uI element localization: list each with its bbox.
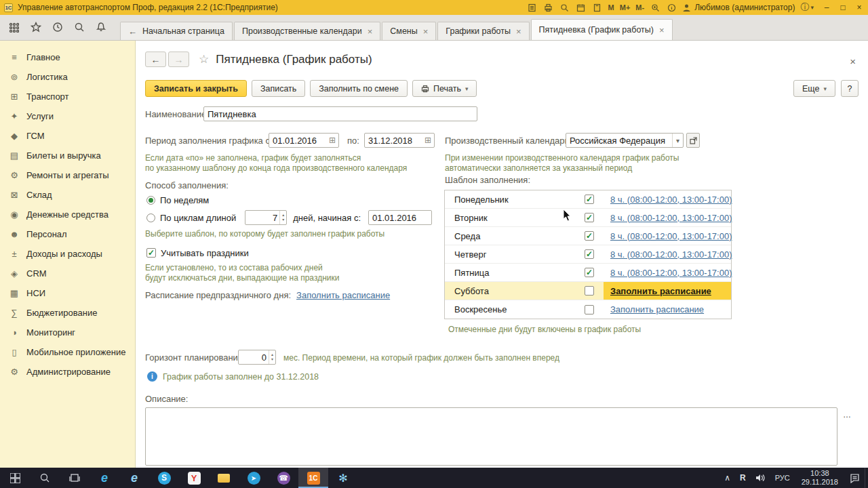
name-input[interactable]: Пятидневка [203,106,477,121]
taskbar-app-skype[interactable]: S [149,468,179,488]
service-info-button[interactable]: ⓘ ▾ [800,1,814,14]
print-icon[interactable] [543,2,554,13]
save-button[interactable]: Записать [252,80,305,97]
cycle-start-input[interactable]: 01.01.2016 [368,210,432,225]
print-button[interactable]: Печать ▾ [412,80,477,97]
info-icon[interactable] [666,2,677,13]
day-checkbox[interactable] [585,305,594,314]
memory-m-button[interactable]: M [608,3,614,12]
consider-holidays-checkbox[interactable] [146,248,156,258]
taskbar-app-viber[interactable]: ☎ [269,468,298,488]
memory-mplus-button[interactable]: M+ [620,3,631,12]
day-checkbox[interactable] [585,213,594,222]
close-window-button[interactable]: × [854,3,864,12]
fill-by-shift-button[interactable]: Заполнить по смене [310,80,408,97]
template-row-wednesday[interactable]: Среда 8 ч. (08:00-12:00, 13:00-17:00) [445,227,731,245]
sidebar-item-monitoring[interactable]: ◑Мониторинг [0,323,135,342]
template-row-monday[interactable]: Понедельник 8 ч. (08:00-12:00, 13:00-17:… [445,190,731,209]
favorite-star-icon[interactable]: ☆ [199,52,209,66]
sidebar-item-logistics[interactable]: ⊚Логистика [0,67,135,87]
day-checkbox[interactable] [585,249,594,259]
sidebar-item-tickets-revenue[interactable]: ▤Билеты и выручка [0,146,135,165]
schedule-link[interactable]: 8 ч. (08:00-12:00, 13:00-17:00) [610,249,732,260]
language-indicator[interactable]: РУС [770,468,795,488]
day-checkbox[interactable] [585,231,594,241]
sections-menu-icon[interactable] [8,22,20,33]
sidebar-item-fuel[interactable]: ◆ГСМ [0,126,135,146]
taskbar-app-telegram[interactable]: ➤ [239,468,269,488]
template-row-sunday[interactable]: Воскресенье Заполнить расписание [445,300,731,319]
day-checkbox[interactable] [585,195,594,204]
day-checkbox[interactable] [585,268,594,277]
action-center-icon[interactable] [845,468,865,488]
combo-dropdown-icon[interactable]: ▾ [672,134,683,147]
pre-holiday-fill-link[interactable]: Заполнить расписание [296,290,390,300]
journal-icon[interactable] [527,2,538,13]
sidebar-item-income-expenses[interactable]: ±Доходы и расходы [0,244,135,264]
back-button[interactable]: ← [145,52,166,67]
tab-close-icon[interactable]: × [368,26,373,37]
sidebar-item-crm[interactable]: ◈CRM [0,264,135,283]
horizon-input[interactable]: 0 ▴▾ [238,350,276,365]
sidebar-item-repairs[interactable]: ⚙Ремонты и агрегаты [0,165,135,185]
sidebar-item-administration[interactable]: ⚙Администрирование [0,362,135,382]
taskbar-app-explorer[interactable] [209,468,239,488]
tab-close-icon[interactable]: × [423,26,429,37]
form-close-icon[interactable]: × [850,56,856,67]
by-weeks-radio[interactable] [146,196,155,205]
task-view-icon[interactable] [60,468,90,488]
schedule-link[interactable]: Заполнить расписание [610,286,711,296]
taskbar-search-icon[interactable] [30,468,60,488]
taskbar-app-yandex[interactable]: Y [179,468,209,488]
maximize-button[interactable]: □ [838,3,848,12]
more-button[interactable]: Еще ▾ [793,80,835,97]
taskbar-app-ie[interactable]: e [119,468,149,488]
tab-close-icon[interactable]: × [659,25,665,35]
description-expand-button[interactable]: … [841,409,853,420]
tab-work-schedules[interactable]: Графики работы × [437,22,529,40]
sidebar-item-warehouse[interactable]: ⊠Склад [0,185,135,205]
tab-close-icon[interactable]: × [516,26,521,37]
schedule-link[interactable]: 8 ч. (08:00-12:00, 13:00-17:00) [610,213,732,223]
template-row-friday[interactable]: Пятница 8 ч. (08:00-12:00, 13:00-17:00) [445,264,731,282]
description-textarea[interactable] [145,407,837,466]
production-calendar-combo[interactable]: Российская Федерация ▾ [566,133,684,148]
spin-up-icon[interactable]: ▴ [280,213,286,218]
template-row-thursday[interactable]: Четверг 8 ч. (08:00-12:00, 13:00-17:00) [445,245,731,264]
template-row-tuesday[interactable]: Вторник 8 ч. (08:00-12:00, 13:00-17:00) [445,209,731,227]
sidebar-item-mobile-app[interactable]: ▯Мобильное приложение [0,342,135,362]
by-cycles-radio[interactable] [146,214,155,222]
template-row-saturday[interactable]: Суббота Заполнить расписание [445,282,731,300]
period-from-input[interactable]: 01.01.2016 ⊞ [269,133,339,148]
schedule-link[interactable]: 8 ч. (08:00-12:00, 13:00-17:00) [610,231,732,241]
schedule-link[interactable]: Заполнить расписание [610,304,704,314]
tray-chevron-up-icon[interactable]: ∧ [719,468,735,488]
zoom-icon[interactable] [650,2,660,13]
calendar-icon[interactable] [576,2,587,13]
sidebar-item-main[interactable]: ≡Главное [0,47,135,67]
calendar-picker-icon[interactable]: ⊞ [326,136,338,145]
spin-up-icon[interactable]: ▴ [269,352,275,357]
tray-app-icon[interactable]: R [735,468,751,488]
sidebar-item-budgeting[interactable]: ∑Бюджетирование [0,303,135,323]
memory-mminus-button[interactable]: M- [635,3,644,12]
schedule-link[interactable]: 8 ч. (08:00-12:00, 13:00-17:00) [610,268,732,278]
tab-production-calendars[interactable]: Производственные календари × [234,22,380,40]
day-checkbox[interactable] [585,286,594,296]
volume-icon[interactable] [751,468,770,488]
notifications-bell-icon[interactable] [95,22,106,33]
tab-shifts[interactable]: Смены × [382,22,436,40]
open-calendar-button[interactable] [686,133,700,148]
cycle-length-input[interactable]: 7 ▴▾ [245,210,287,225]
spin-down-icon[interactable]: ▾ [269,357,275,362]
spin-down-icon[interactable]: ▾ [280,218,286,222]
show-desktop-button[interactable] [865,468,868,488]
sidebar-item-personnel[interactable]: ☻Персонал [0,224,135,244]
schedule-link[interactable]: 8 ч. (08:00-12:00, 13:00-17:00) [610,195,732,205]
favorites-star-icon[interactable] [30,22,41,33]
taskbar-app-edge[interactable]: e [90,468,119,488]
taskbar-app-1c[interactable]: 1С [298,468,328,488]
sidebar-item-services[interactable]: ✦Услуги [0,106,135,126]
calendar-picker-icon[interactable]: ⊞ [422,136,434,145]
help-button[interactable]: ? [841,80,859,97]
